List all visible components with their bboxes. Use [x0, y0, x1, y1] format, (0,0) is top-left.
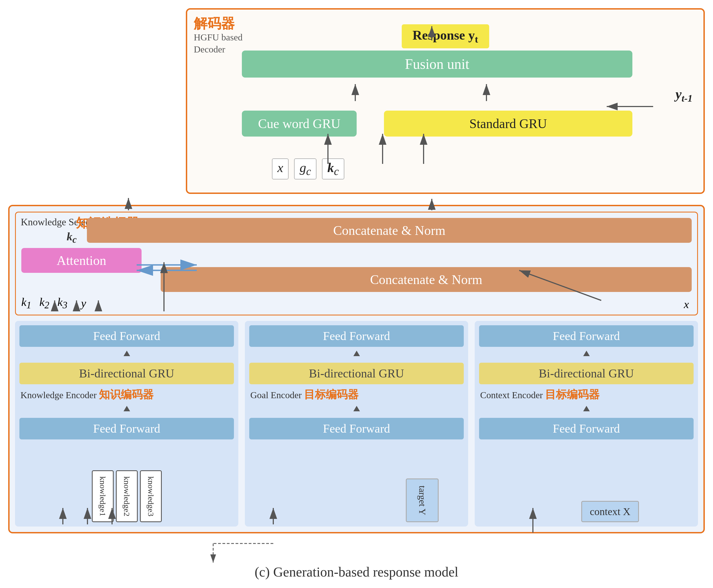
attention-box: Attention	[21, 248, 142, 273]
concat-norm-mid: Concatenate & Norm	[161, 267, 692, 292]
concat-norm-top: Concatenate & Norm	[87, 218, 692, 243]
context-encoder-col: Feed Forward Bi-directional GRU Context …	[475, 321, 698, 527]
know-ff-top: Feed Forward	[19, 325, 234, 347]
svg-marker-1	[124, 406, 130, 411]
goal-ff-top: Feed Forward	[249, 325, 464, 347]
target-y-box: target Y	[406, 479, 439, 522]
kc-label: kc	[322, 159, 344, 180]
knowledge-selector-region: Knowledge Selector 知识选择器 kc Concatenate …	[15, 212, 698, 315]
goal-label-area: Goal Encoder 目标编码器	[249, 387, 464, 402]
k3-label: k3	[57, 295, 67, 311]
ctx-label-cn: 目标编码器	[545, 387, 599, 402]
k1-label: k1	[21, 295, 31, 311]
svg-marker-0	[124, 351, 130, 356]
knowledge3-box: knowledge3	[140, 470, 162, 522]
goal-ff-bot: Feed Forward	[249, 418, 464, 439]
ctx-ff-top: Feed Forward	[479, 325, 694, 347]
decoder-label-cn: 解码器	[194, 15, 235, 33]
y-t-minus-1: yt-1	[676, 86, 693, 104]
y-label: y	[81, 297, 86, 310]
xgkc-labels: x gc kc	[272, 159, 344, 180]
goal-encoder-col: Feed Forward Bi-directional GRU Goal Enc…	[245, 321, 468, 527]
page-caption: (c) Generation-based response model	[0, 564, 713, 580]
ctx-label-area: Context Encoder 目标编码器	[479, 387, 694, 402]
ctx-ff-bot: Feed Forward	[479, 418, 694, 439]
encoder-region: Knowledge Selector 知识选择器 kc Concatenate …	[8, 205, 705, 533]
know-label-area: Knowledge Encoder 知识编码器	[19, 387, 234, 402]
knowledge1-box: knowledge1	[92, 470, 114, 522]
kc-sublabel: kc	[67, 230, 77, 245]
svg-marker-4	[583, 351, 590, 356]
goal-label-en: Goal Encoder	[250, 390, 302, 400]
knowledge-encoder-col: Feed Forward Bi-directional GRU Knowledg…	[15, 321, 238, 527]
response-label: Response y	[412, 28, 475, 42]
svg-marker-2	[353, 351, 360, 356]
response-box: Response yt	[402, 24, 489, 48]
decoder-sublabel: HGFU basedDecoder	[194, 31, 242, 56]
knowledge2-box: knowledge2	[116, 470, 138, 522]
standard-gru: Standard GRU	[384, 111, 632, 136]
ctx-label-en: Context Encoder	[480, 390, 543, 400]
know-ff-bot: Feed Forward	[19, 418, 234, 439]
k2-label: k2	[39, 295, 49, 311]
goal-bigru: Bi-directional GRU	[249, 363, 464, 384]
know-label-cn: 知识编码器	[99, 387, 154, 402]
context-x-box: context X	[581, 501, 639, 522]
page: 解码器 HGFU basedDecoder Response yt Fusion…	[0, 0, 713, 588]
cue-word-gru: Cue word GRU	[242, 111, 356, 136]
response-subscript: t	[475, 34, 478, 45]
svg-marker-5	[583, 406, 590, 411]
decoder-region: 解码器 HGFU basedDecoder Response yt Fusion…	[186, 8, 705, 194]
encoder-columns: Feed Forward Bi-directional GRU Knowledg…	[15, 321, 698, 527]
svg-marker-3	[353, 406, 360, 411]
know-bigru: Bi-directional GRU	[19, 363, 234, 384]
goal-label-cn: 目标编码器	[304, 387, 359, 402]
x-label: x	[684, 298, 689, 311]
gc-label: gc	[294, 159, 317, 180]
fusion-unit: Fusion unit	[242, 50, 632, 78]
x-input-label: x	[272, 159, 289, 180]
ctx-bigru: Bi-directional GRU	[479, 363, 694, 384]
know-label-en: Knowledge Encoder	[20, 390, 97, 400]
